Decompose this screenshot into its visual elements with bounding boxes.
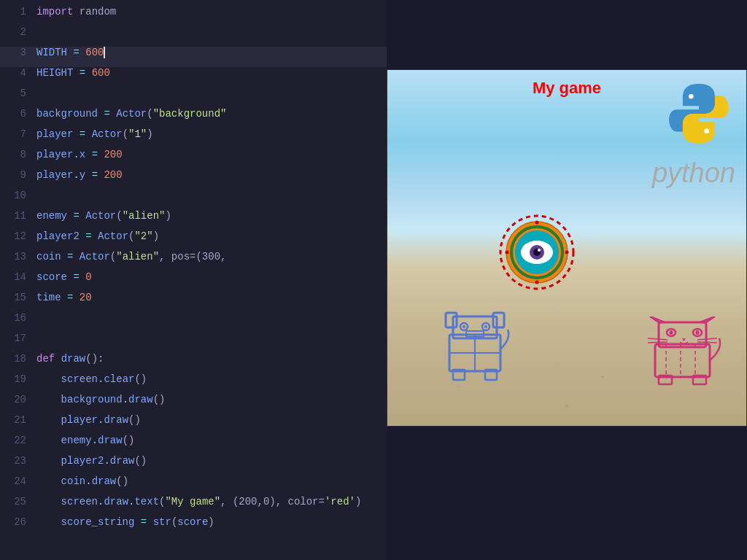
svg-point-34 [696,330,700,335]
code-line-1: 1import random [0,6,387,26]
svg-rect-17 [493,313,504,327]
line-content: def draw(): [36,353,104,365]
code-line-13: 13coin = Actor("alien", pos=(300, [0,251,387,271]
line-content: player.x = 200 [36,149,123,160]
line-number: 17 [6,332,26,344]
code-line-18: 18def draw(): [0,353,387,373]
line-number: 8 [6,149,26,160]
line-number: 7 [6,128,26,140]
line-content: coin = Actor("alien", pos=(300, [36,251,226,262]
preview-panel: My game python [387,69,747,427]
line-number: 15 [6,292,26,303]
code-line-2: 2 [0,26,387,47]
dog-sprite-icon [435,309,515,382]
svg-point-0 [689,94,694,99]
line-content: player2 = Actor("2") [36,230,159,242]
line-number: 20 [6,394,26,405]
code-line-10: 10 [0,190,387,210]
line-number: 4 [6,67,26,79]
line-number: 24 [6,475,26,487]
code-line-17: 17 [0,332,387,353]
code-lines: 1import random23WIDTH = 6004HEIGHT = 600… [0,0,387,542]
line-number: 13 [6,251,26,262]
line-number: 18 [6,353,26,365]
line-content: player.draw() [36,414,141,426]
svg-line-38 [697,342,717,343]
line-content: coin.draw() [36,475,128,487]
svg-point-33 [670,330,673,335]
line-number: 11 [6,210,26,222]
python-logo-icon [666,81,732,147]
svg-point-13 [565,251,569,254]
svg-line-35 [648,338,667,340]
svg-point-21 [484,325,487,328]
line-content: screen.draw.text("My game", (200,0), col… [36,496,361,508]
svg-point-20 [462,325,465,328]
line-number: 14 [6,271,26,283]
code-line-12: 12player2 = Actor("2") [0,230,387,251]
line-number: 6 [6,108,26,120]
code-line-8: 8player.x = 200 [0,149,387,169]
code-line-19: 19 screen.clear() [0,373,387,394]
line-number: 22 [6,435,26,446]
line-number: 10 [6,190,26,201]
line-number: 12 [6,230,26,242]
line-number: 2 [6,26,26,38]
line-content: background = Actor("background" [36,108,226,120]
line-number: 25 [6,496,26,508]
svg-marker-39 [682,338,686,341]
code-line-26: 26 score_string = str(score) [0,516,387,537]
code-line-6: 6background = Actor("background" [0,108,387,128]
code-line-21: 21 player.draw() [0,414,387,435]
svg-marker-30 [700,316,715,322]
svg-point-9 [538,249,541,252]
line-number: 21 [6,414,26,426]
code-line-9: 9player.y = 200 [0,169,387,190]
code-line-7: 7player = Actor("1") [0,128,387,149]
eye-mandala-icon [497,212,577,292]
code-line-15: 15time = 20 [0,292,387,312]
code-line-3: 3WIDTH = 600 [0,47,387,67]
svg-point-10 [535,221,539,225]
line-content: enemy.draw() [36,435,134,446]
line-content: time = 20 [36,292,92,303]
line-number: 9 [6,169,26,181]
code-line-14: 14score = 0 [0,271,387,292]
python-label: python [652,158,735,189]
svg-point-11 [535,281,539,284]
svg-point-12 [506,251,509,254]
svg-rect-27 [655,344,710,377]
line-content: score = 0 [36,271,92,283]
code-line-16: 16 [0,312,387,332]
svg-line-37 [697,338,717,340]
svg-rect-16 [446,313,457,327]
code-line-5: 5 [0,88,387,108]
line-number: 5 [6,88,26,99]
code-editor[interactable]: 1import random23WIDTH = 6004HEIGHT = 600… [0,0,387,560]
line-number: 1 [6,6,26,18]
line-content: screen.clear() [36,373,147,385]
code-line-24: 24 coin.draw() [0,475,387,496]
line-content: enemy = Actor("alien") [36,210,171,222]
line-number: 26 [6,516,26,528]
code-line-22: 22 enemy.draw() [0,435,387,455]
line-content: WIDTH = 600 [36,47,105,58]
line-content: score_string = str(score) [36,516,214,528]
svg-marker-29 [650,316,665,322]
line-number: 3 [6,47,26,58]
line-content: background.draw() [36,394,165,405]
game-title: My game [533,79,601,98]
cat-sprite-icon [644,316,724,386]
code-line-25: 25 screen.draw.text("My game", (200,0), … [0,496,387,516]
line-number: 16 [6,312,26,324]
line-number: 19 [6,373,26,385]
line-number: 23 [6,455,26,467]
line-content: HEIGHT = 600 [36,67,110,79]
line-content: player2.draw() [36,455,147,467]
code-line-20: 20 background.draw() [0,394,387,414]
svg-line-36 [648,342,667,343]
code-line-11: 11enemy = Actor("alien") [0,210,387,230]
svg-point-1 [704,128,709,133]
line-content: import random [36,6,116,18]
line-content: player = Actor("1") [36,128,153,140]
